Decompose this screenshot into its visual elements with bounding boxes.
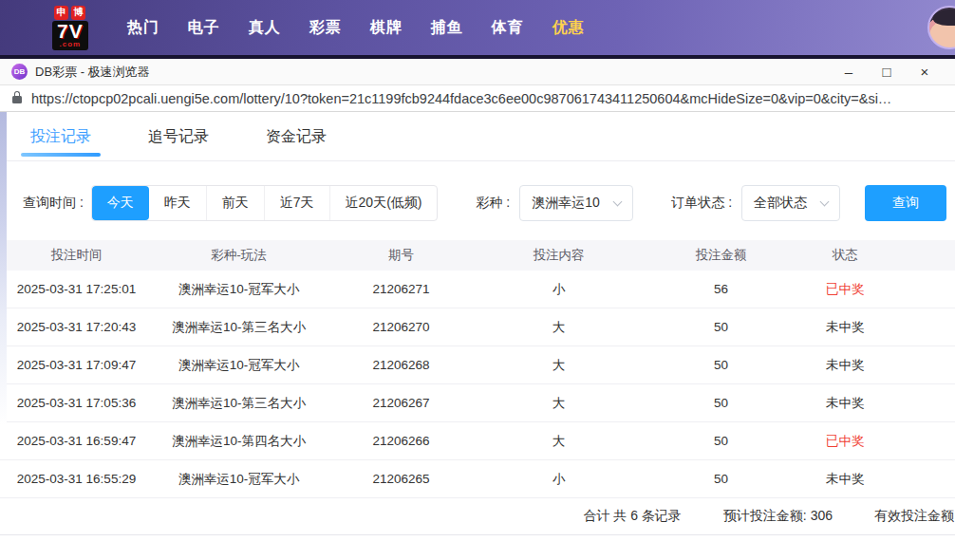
- nav-item-fishing[interactable]: 捕鱼: [417, 0, 478, 55]
- order-status-value: 全部状态: [754, 195, 807, 212]
- tab-chase-records[interactable]: 追号记录: [142, 112, 215, 161]
- tab-bet-records[interactable]: 投注记录: [25, 112, 97, 161]
- bet-time: 2025-03-31 17:09:47: [0, 358, 153, 372]
- lock-icon[interactable]: [12, 96, 22, 104]
- logo-suffix: .com: [57, 41, 84, 48]
- bet-amount: 50: [640, 396, 802, 410]
- table-row: 2025-03-31 17:20:43澳洲幸运10-第三名大小21206270大…: [0, 308, 955, 346]
- site-logo[interactable]: 申 博 7V .com: [52, 6, 88, 50]
- issue-number: 21206268: [325, 358, 478, 372]
- logo-main: 7V .com: [52, 21, 88, 50]
- page-edge-strip: [0, 112, 7, 425]
- maximize-icon[interactable]: □: [868, 59, 906, 85]
- quick-date-group: 今天 昨天 前天 近7天 近20天(低频): [91, 185, 439, 221]
- bet-amount: 50: [640, 320, 802, 334]
- bet-status: 未中奖: [802, 357, 889, 374]
- nav-item-promo[interactable]: 优惠: [538, 0, 599, 55]
- table-row: 2025-03-31 16:55:29澳洲幸运10-冠军大小21206265小5…: [0, 460, 955, 498]
- query-time-label: 查询时间 :: [23, 195, 84, 212]
- table-row: 2025-03-31 16:59:47澳洲幸运10-第四名大小21206266大…: [0, 422, 955, 460]
- bet-time: 2025-03-31 17:05:36: [0, 396, 153, 410]
- bet-status: 未中奖: [802, 471, 889, 488]
- lottery-type-label: 彩种 :: [476, 195, 510, 212]
- game-play: 澳洲幸运10-第三名大小: [153, 319, 325, 336]
- record-tabs: 投注记录 追号记录 资金记录: [0, 112, 955, 161]
- expected-amount-text: 预计投注金额: 306: [723, 508, 833, 525]
- table-row: 2025-03-31 17:05:36澳洲幸运10-第三名大小21206267大…: [0, 384, 955, 422]
- bet-time: 2025-03-31 16:55:29: [0, 472, 153, 486]
- lottery-type-select[interactable]: 澳洲幸运10: [519, 185, 633, 221]
- nav-item-sports[interactable]: 体育: [478, 0, 538, 55]
- logo-badge-right: 博: [71, 6, 85, 20]
- bet-status: 已中奖: [802, 433, 889, 450]
- filter-bar: 查询时间 : 今天 昨天 前天 近7天 近20天(低频) 彩种 : 澳洲幸运10…: [0, 161, 955, 240]
- bet-content: 大: [478, 395, 640, 412]
- browser-title: DB彩票 - 极速浏览器: [35, 64, 150, 81]
- bet-time: 2025-03-31 16:59:47: [0, 434, 153, 448]
- column-header: 投注内容: [478, 247, 640, 264]
- bet-time: 2025-03-31 17:25:01: [0, 282, 153, 296]
- bet-records-table: 投注时间彩种-玩法期号投注内容投注金额状态 2025-03-31 17:25:0…: [0, 240, 955, 498]
- date-option-last-7-days[interactable]: 近7天: [264, 186, 329, 220]
- order-status-label: 订单状态 :: [671, 195, 732, 212]
- date-option-yesterday[interactable]: 昨天: [149, 186, 206, 220]
- valid-amount-label: 有效投注金额: [874, 508, 954, 525]
- bet-content: 小: [478, 471, 640, 488]
- column-header: 期号: [325, 247, 478, 264]
- nav-item-lottery[interactable]: 彩票: [295, 0, 356, 55]
- game-play: 澳洲幸运10-第四名大小: [153, 433, 325, 450]
- user-avatar[interactable]: [927, 6, 955, 49]
- bet-time: 2025-03-31 17:20:43: [0, 320, 153, 334]
- order-status-select[interactable]: 全部状态: [741, 185, 840, 221]
- game-play: 澳洲幸运10-冠军大小: [153, 471, 325, 488]
- bet-amount: 50: [640, 472, 802, 486]
- page-content: 投注记录 追号记录 资金记录 查询时间 : 今天 昨天 前天 近7天 近20天(…: [0, 112, 955, 559]
- table-body: 2025-03-31 17:25:01澳洲幸运10-冠军大小21206271小5…: [0, 271, 955, 498]
- column-header: 投注金额: [640, 247, 802, 264]
- tab-fund-records[interactable]: 资金记录: [260, 112, 332, 161]
- minimize-icon[interactable]: –: [830, 59, 868, 85]
- bet-status: 已中奖: [802, 281, 889, 298]
- summary-bar: 合计 共 6 条记录 预计投注金额: 306 有效投注金额: [0, 498, 955, 535]
- date-option-last-20-days[interactable]: 近20天(低频): [329, 186, 438, 220]
- issue-number: 21206267: [325, 396, 478, 410]
- chevron-down-icon: [613, 196, 623, 206]
- bet-amount: 50: [640, 434, 802, 448]
- nav-item-hot[interactable]: 热门: [113, 0, 174, 55]
- date-option-day-before[interactable]: 前天: [206, 186, 264, 220]
- browser-favicon-icon: DB: [11, 64, 28, 80]
- bet-content: 大: [478, 357, 640, 374]
- column-header: 状态: [802, 247, 889, 264]
- table-header-row: 投注时间彩种-玩法期号投注内容投注金额状态: [0, 240, 955, 271]
- search-button[interactable]: 查询: [865, 185, 946, 221]
- bet-content: 小: [478, 281, 640, 298]
- issue-number: 21206270: [325, 320, 478, 334]
- nav-item-cards[interactable]: 棋牌: [356, 0, 417, 55]
- date-option-today[interactable]: 今天: [92, 186, 149, 220]
- close-icon[interactable]: ×: [906, 59, 944, 85]
- lottery-type-value: 澳洲幸运10: [532, 195, 600, 212]
- nav-item-live[interactable]: 真人: [234, 0, 295, 55]
- game-play: 澳洲幸运10-冠军大小: [153, 357, 325, 374]
- logo-badges: 申 博: [54, 6, 85, 20]
- logo-badge-left: 申: [54, 6, 68, 20]
- column-header: 投注时间: [0, 247, 153, 264]
- issue-number: 21206265: [325, 472, 478, 486]
- table-row: 2025-03-31 17:25:01澳洲幸运10-冠军大小21206271小5…: [0, 271, 955, 308]
- bet-status: 未中奖: [802, 319, 889, 336]
- nav-item-slots[interactable]: 电子: [174, 0, 234, 55]
- nav-menu: 热门 电子 真人 彩票 棋牌 捕鱼 体育 优惠: [113, 0, 599, 55]
- table-row: 2025-03-31 17:09:47澳洲幸运10-冠军大小21206268大5…: [0, 346, 955, 384]
- bet-status: 未中奖: [802, 395, 889, 412]
- bet-content: 大: [478, 433, 640, 450]
- bet-content: 大: [478, 319, 640, 336]
- total-records-text: 合计 共 6 条记录: [583, 508, 681, 525]
- bet-amount: 56: [640, 282, 802, 296]
- column-header: 彩种-玩法: [153, 247, 325, 264]
- url-text[interactable]: https://ctopcp02pcali.uengi5e.com/lotter…: [31, 91, 891, 106]
- window-controls: – □ ×: [830, 59, 944, 85]
- browser-titlebar: DB DB彩票 - 极速浏览器 – □ ×: [0, 59, 955, 85]
- url-bar[interactable]: https://ctopcp02pcali.uengi5e.com/lotter…: [0, 85, 955, 112]
- bet-amount: 50: [640, 358, 802, 372]
- issue-number: 21206266: [325, 434, 478, 448]
